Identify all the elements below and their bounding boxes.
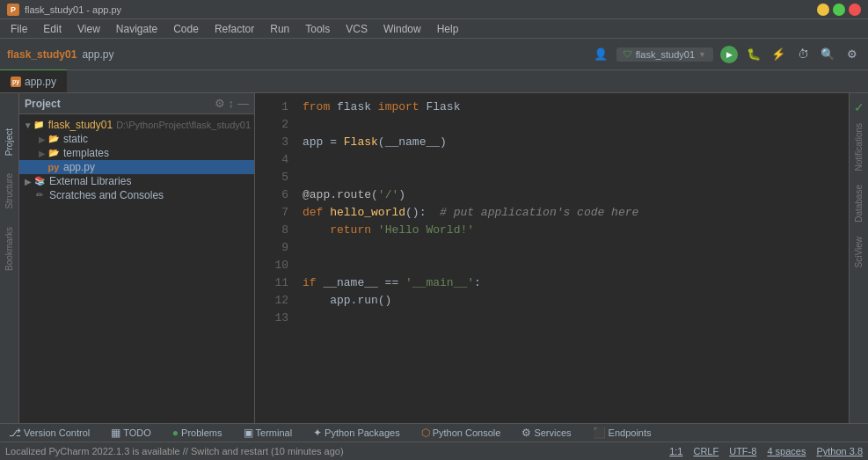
menu-navigate[interactable]: Navigate	[109, 21, 164, 37]
code-editor[interactable]: 1 2 3 4 5 6 7 8 9 10 ▶ 11 12 13	[255, 93, 849, 423]
menu-file[interactable]: File	[4, 21, 34, 37]
ln-13: 13	[255, 310, 288, 327]
python-console-label: Python Console	[433, 427, 501, 438]
run-button[interactable]	[720, 46, 738, 63]
terminal-label: Terminal	[256, 427, 293, 438]
version-control-label: Version Control	[24, 427, 90, 438]
indent[interactable]: 4 spaces	[767, 446, 806, 456]
services-label: Services	[534, 427, 571, 438]
problems-btn[interactable]: ● Problems	[169, 426, 226, 440]
structure-side-label[interactable]: Structure	[4, 173, 14, 209]
menu-vcs[interactable]: VCS	[339, 21, 375, 37]
toolbar-right: 👤 🛡 flask_study01 ▼ 🐛 ⚡ ⏱ 🔍 ⚙	[592, 46, 861, 63]
code-line-7: def hello_world(): # put application's c…	[303, 204, 842, 222]
tree-item-static[interactable]: ▶ 📂 static	[19, 132, 254, 146]
panel-icon-close[interactable]: —	[237, 97, 249, 110]
tree-item-apppy[interactable]: py app.py	[19, 160, 254, 174]
editor-area[interactable]: 1 2 3 4 5 6 7 8 9 10 ▶ 11 12 13	[255, 93, 849, 423]
ln-2: 2	[255, 116, 288, 134]
python-console-btn[interactable]: ⬡ Python Console	[418, 426, 505, 440]
database-btn[interactable]: Database	[852, 179, 865, 228]
endpoints-btn[interactable]: ⬛ Endpoints	[589, 426, 655, 440]
scratch-icon: ✏	[33, 189, 46, 201]
status-message: Localized PyCharm 2022.1.3 is available …	[5, 446, 344, 456]
ln-3: 3	[255, 134, 288, 151]
tree-item-templates[interactable]: ▶ 📂 templates	[19, 146, 254, 160]
python-packages-label: Python Packages	[325, 427, 400, 438]
ln-10: 10	[255, 257, 288, 274]
line-ending[interactable]: CRLF	[693, 446, 718, 456]
status-bar-top: ⎇ Version Control ▦ TODO ● Problems ▣ Te…	[0, 424, 868, 442]
tree-icon-root: 📁	[33, 119, 44, 131]
sciview-btn[interactable]: SciView	[852, 231, 865, 273]
python-console-icon: ⬡	[421, 427, 430, 439]
version-control-btn[interactable]: ⎇ Version Control	[5, 426, 93, 440]
todo-btn[interactable]: ▦ TODO	[107, 426, 155, 440]
python-packages-btn[interactable]: ✦ Python Packages	[310, 426, 404, 440]
code-line-11: if __name__ == '__main__':	[303, 274, 842, 292]
tree-item-scratches[interactable]: ▶ ✏ Scratches and Consoles	[19, 188, 254, 202]
py-icon-apppy: py	[47, 161, 60, 173]
folder-icon-static: 📂	[47, 133, 60, 145]
code-line-3: app = Flask(__name__)	[303, 134, 842, 151]
menu-window[interactable]: Window	[376, 21, 428, 37]
services-icon: ⚙	[522, 427, 531, 439]
services-btn[interactable]: ⚙ Services	[518, 426, 574, 440]
ln-9: 9	[255, 239, 288, 257]
menu-refactor[interactable]: Refactor	[208, 21, 261, 37]
tree-arrow-static: ▶	[37, 135, 47, 144]
coverage-button[interactable]: ⚡	[770, 46, 787, 63]
encoding[interactable]: UTF-8	[729, 446, 756, 456]
status-bar: ⎇ Version Control ▦ TODO ● Problems ▣ Te…	[0, 423, 868, 460]
run-config-selector[interactable]: 🛡 flask_study01 ▼	[616, 47, 713, 62]
menu-run[interactable]: Run	[263, 21, 296, 37]
cursor-position[interactable]: 1:1	[669, 446, 682, 456]
title-bar-left: P flask_study01 - app.py	[7, 4, 121, 16]
search-everywhere-button[interactable]: 🔍	[819, 46, 836, 63]
minimize-button[interactable]	[817, 4, 829, 16]
terminal-btn[interactable]: ▣ Terminal	[240, 426, 296, 440]
menu-code[interactable]: Code	[166, 21, 206, 37]
project-side-label[interactable]: Project	[4, 128, 14, 156]
bookmarks-side-label[interactable]: Bookmarks	[4, 227, 14, 271]
menu-help[interactable]: Help	[430, 21, 466, 37]
ln-4: 4	[255, 151, 288, 169]
tree-item-root[interactable]: ▼ 📁 flask_study01 D:\PythonProject\flask…	[19, 118, 254, 132]
panel-icon-expand[interactable]: ↕	[229, 97, 235, 110]
ln-7: 7	[255, 204, 288, 222]
checkmark-icon: ✓	[854, 100, 864, 114]
git-button[interactable]: 👤	[592, 46, 609, 63]
debug-button[interactable]: 🐛	[745, 46, 762, 63]
todo-icon: ▦	[111, 427, 120, 439]
ln-6: 6	[255, 186, 288, 204]
problems-label: Problems	[181, 427, 222, 438]
menu-tools[interactable]: Tools	[298, 21, 337, 37]
tree-arrow-root: ▼	[23, 120, 33, 130]
notifications-btn[interactable]: Notifications	[852, 118, 865, 176]
profile-button[interactable]: ⏱	[794, 46, 812, 63]
tree-arrow-templates: ▶	[37, 149, 47, 158]
window-controls	[817, 4, 861, 16]
ln-5: 5	[255, 169, 288, 186]
ln-12: 12	[255, 292, 288, 310]
toolbar-project-name: flask_study01	[7, 48, 77, 61]
line-numbers: 1 2 3 4 5 6 7 8 9 10 ▶ 11 12 13	[255, 93, 295, 423]
code-line-6: @app.route('/')	[303, 186, 842, 204]
panel-icon-gear[interactable]: ⚙	[215, 97, 225, 110]
code-line-10	[303, 257, 842, 274]
close-button[interactable]	[849, 4, 861, 16]
todo-label: TODO	[123, 427, 151, 438]
python-version[interactable]: Python 3.8	[816, 446, 863, 456]
code-line-2	[303, 116, 842, 134]
menu-edit[interactable]: Edit	[36, 21, 69, 37]
ln-11: ▶ 11	[255, 274, 288, 292]
settings-button[interactable]: ⚙	[843, 46, 861, 63]
status-right: 1:1 CRLF UTF-8 4 spaces Python 3.8	[669, 446, 863, 456]
maximize-button[interactable]	[833, 4, 845, 16]
menu-view[interactable]: View	[70, 21, 107, 37]
tree-item-extlib[interactable]: ▶ 📚 External Libraries	[19, 174, 254, 188]
terminal-icon: ▣	[244, 427, 253, 439]
tab-app-py[interactable]: py app.py	[0, 69, 67, 92]
project-tree: ▼ 📁 flask_study01 D:\PythonProject\flask…	[19, 114, 254, 423]
code-lines[interactable]: from flask import Flask app = Flask(__na…	[295, 93, 849, 423]
